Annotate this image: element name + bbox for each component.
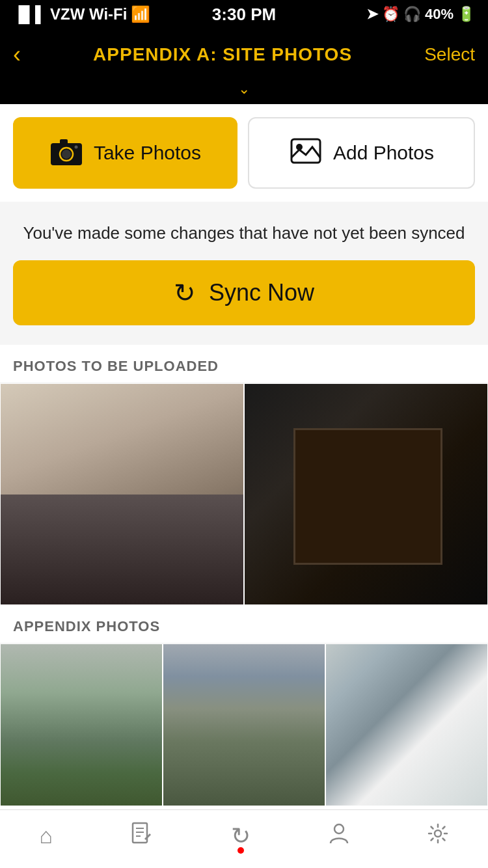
headphone-icon: 🎧 <box>403 6 421 23</box>
back-button[interactable]: ‹ <box>13 43 21 66</box>
tab-bar: ⌂ ↻ <box>0 809 488 868</box>
appendix-photo-2[interactable] <box>163 644 325 806</box>
battery-icon: 🔋 <box>457 6 475 23</box>
tab-home[interactable]: ⌂ <box>40 823 53 848</box>
photos-to-upload-header: PHOTOS TO BE UPLOADED <box>0 345 488 383</box>
sync-tab-icon: ↻ <box>231 822 251 850</box>
signal-icon: ▐▌▌ <box>13 5 46 23</box>
take-photos-label: Take Photos <box>94 142 201 164</box>
status-bar-left: ▐▌▌ VZW Wi-Fi 📶 <box>13 5 150 23</box>
carrier-label: VZW Wi-Fi <box>50 5 127 23</box>
take-photos-button[interactable]: Take Photos <box>13 117 237 189</box>
home-icon: ⌂ <box>40 823 53 848</box>
appendix-photos-grid <box>0 644 488 806</box>
svg-point-2 <box>62 150 71 159</box>
document-icon <box>131 822 152 850</box>
appendix-photos-header: APPENDIX PHOTOS <box>0 605 488 644</box>
add-photos-button[interactable]: Add Photos <box>248 117 475 189</box>
status-bar-right: ➤ ⏰ 🎧 40% 🔋 <box>366 6 475 23</box>
svg-point-11 <box>334 824 344 834</box>
svg-point-4 <box>74 145 77 148</box>
appendix-photo-3[interactable] <box>325 644 488 806</box>
appendix-photos-section: APPENDIX PHOTOS <box>0 605 488 806</box>
user-icon <box>329 822 349 850</box>
photos-to-upload-grid <box>0 383 488 605</box>
tab-document[interactable] <box>131 822 152 850</box>
chevron-down-icon[interactable]: ⌄ <box>238 81 250 98</box>
svg-rect-3 <box>60 139 68 144</box>
tab-settings[interactable] <box>427 823 448 849</box>
sync-message: You've made some changes that have not y… <box>13 221 475 245</box>
upload-photo-2[interactable] <box>244 383 488 605</box>
sync-notification-dot <box>237 847 244 854</box>
wifi-icon: 📶 <box>131 5 150 23</box>
camera-icon <box>49 134 83 172</box>
photos-to-upload-section: PHOTOS TO BE UPLOADED <box>0 345 488 605</box>
gear-icon <box>427 823 448 849</box>
status-bar-time: 3:30 PM <box>212 5 276 25</box>
tab-user[interactable] <box>329 822 349 850</box>
add-photos-label: Add Photos <box>333 142 434 164</box>
header-chevron-container: ⌄ <box>0 81 488 104</box>
sync-now-label: Sync Now <box>209 279 314 306</box>
sync-section: You've made some changes that have not y… <box>0 202 488 345</box>
action-buttons-container: Take Photos Add Photos <box>0 104 488 202</box>
tab-sync[interactable]: ↻ <box>231 822 251 850</box>
sync-now-button[interactable]: ↻ Sync Now <box>13 260 475 325</box>
header: ‹ APPENDIX A: SITE PHOTOS Select <box>0 29 488 81</box>
sync-icon: ↻ <box>174 278 196 308</box>
upload-photo-1[interactable] <box>0 383 244 605</box>
alarm-icon: ⏰ <box>382 6 400 23</box>
svg-point-12 <box>435 830 441 837</box>
location-icon: ➤ <box>366 6 378 23</box>
page-title: APPENDIX A: SITE PHOTOS <box>21 44 424 65</box>
appendix-photo-1[interactable] <box>0 644 163 806</box>
select-button[interactable]: Select <box>424 44 475 65</box>
status-bar: ▐▌▌ VZW Wi-Fi 📶 3:30 PM ➤ ⏰ 🎧 40% 🔋 <box>0 0 488 29</box>
battery-label: 40% <box>425 6 454 23</box>
image-icon <box>289 134 323 172</box>
